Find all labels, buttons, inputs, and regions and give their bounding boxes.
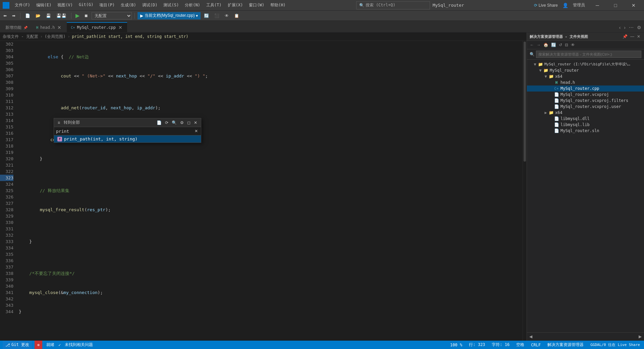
minimize-button[interactable]: ─ (590, 0, 605, 11)
autocomplete-item[interactable]: f print_path(int, int, string) (54, 135, 201, 142)
tab-list[interactable]: ⋯ (628, 23, 635, 32)
rp-pin-icon[interactable]: 📌 (622, 34, 629, 39)
rp-minimize-icon[interactable]: — (629, 34, 635, 39)
status-char[interactable]: 字符: 16 (490, 342, 511, 348)
tree-folder-x64-2[interactable]: ▶ 📁 x64 (527, 110, 644, 116)
status-git[interactable]: ⎇ Git 更改 (3, 341, 32, 349)
tree-x64-2-arrow[interactable]: ▶ (543, 110, 548, 115)
tab-close-head[interactable]: ✕ (57, 25, 62, 30)
ac-search-clear[interactable]: ✕ (194, 128, 199, 134)
status-spaces[interactable]: 空格 (515, 342, 526, 348)
menu-view[interactable]: 视图(V) (55, 2, 75, 9)
ac-close-icon[interactable]: ✕ (193, 120, 198, 125)
menu-extensions[interactable]: 扩展(X) (225, 2, 246, 9)
live-share-button[interactable]: ⟳ Live Share (532, 2, 560, 8)
status-solution-explorer-label[interactable]: 解决方案资源管理器 (546, 342, 585, 348)
tab-scroll-left[interactable]: ‹ (618, 23, 622, 32)
rp-bottom-right-icon[interactable]: ▶ (638, 334, 643, 339)
ac-settings-icon[interactable]: ⚙ (179, 120, 185, 125)
menu-file[interactable]: 文件(F) (12, 2, 33, 9)
tree-x64-1-arrow[interactable]: ▼ (543, 74, 548, 79)
autocomplete-search-input[interactable] (56, 129, 194, 134)
tree-root-arrow[interactable]: ▼ (532, 62, 538, 67)
status-position[interactable]: 行: 323 (468, 342, 486, 348)
toolbar-undo[interactable]: ⬅ (1, 12, 9, 20)
rp-bottom-left-icon[interactable]: ◀ (528, 334, 533, 339)
person-icon: 👤 (562, 3, 568, 8)
status-encoding[interactable]: CRLF (530, 343, 542, 347)
ac-refresh-icon[interactable]: ⟳ (164, 120, 169, 125)
toolbar-open[interactable]: 📂 (34, 12, 43, 20)
menu-test[interactable]: 测试(S) (161, 2, 181, 9)
run-button[interactable]: ▶ (74, 12, 81, 19)
menu-edit[interactable]: 编辑(E) (34, 2, 54, 9)
tree-mysql-cpp[interactable]: ▶ C+ MySql_router.cpp (527, 85, 644, 92)
maximize-button[interactable]: □ (608, 0, 623, 11)
tab-close-cpp[interactable]: ✕ (118, 25, 123, 30)
status-zoom[interactable]: 100 % (449, 343, 464, 347)
toolbar-new[interactable]: 📄 (23, 12, 32, 20)
admin-button[interactable]: 管理员 (571, 1, 587, 9)
rp-close-icon[interactable]: ✕ (636, 34, 641, 39)
menu-window[interactable]: 窗口(W) (246, 2, 267, 9)
config-select[interactable]: 无配置 (92, 12, 132, 19)
tree-sln[interactable]: ▶ 📄 MySql_router.sln (527, 128, 644, 134)
tree-vcxproj-filters[interactable]: ▶ 📄 MySql_router.vcxproj.filters (527, 98, 644, 104)
toolbar-redo[interactable]: ➡ (10, 12, 17, 20)
close-button[interactable]: ✕ (626, 0, 641, 11)
code-editor[interactable]: 302 303 304 305 306 307 308 309 310 311 … (0, 41, 527, 341)
tree-vcxproj-user[interactable]: ▶ 📄 MySql_router.vcxproj.user (527, 104, 644, 110)
rp-sync-icon[interactable]: 🔄 (550, 42, 557, 48)
tab-mysql-router-cpp[interactable]: C+ MySql_router.cpp ✕ (67, 22, 127, 32)
menu-git[interactable]: Git(G) (76, 2, 96, 9)
autocomplete-popup: ≡ 转到全部 📄 ⟳ 🔍 ⚙ ◻ ✕ ✕ (54, 118, 201, 143)
status-ready[interactable]: 就绪 (45, 342, 56, 348)
toolbar-refresh[interactable]: 🔄 (202, 12, 211, 20)
toolbar-watch[interactable]: 👁 (223, 12, 231, 20)
tree-mysql-arrow[interactable]: ▼ (538, 68, 543, 73)
menu-tools[interactable]: 工具(T) (204, 2, 224, 9)
status-error-section[interactable]: ⊗ (35, 341, 42, 349)
rp-back-icon[interactable]: ← (529, 42, 535, 48)
tree-head-h[interactable]: ▶ H head.h (527, 79, 644, 85)
rp-forward-icon[interactable]: → (536, 42, 542, 48)
tab-settings[interactable]: ⚙ (636, 23, 643, 32)
solution-explorer-toolbar: ← → 🏠 🔄 ↺ ⊟ 👁 (527, 41, 644, 49)
tab-icon-cpp: C+ (71, 26, 75, 30)
ac-list-icon[interactable]: ≡ (57, 120, 61, 125)
toolbar-stop[interactable]: ⏹ (82, 12, 90, 20)
current-doc-button[interactable]: ▶ 当前文档(MySql_router.cpp) ▾ (138, 12, 201, 19)
tab-head-h[interactable]: H head.h ✕ (32, 22, 66, 32)
toolbar-locals[interactable]: 📋 (232, 12, 241, 20)
titlebar-search[interactable]: 搜索 (Ctrl+Q) (366, 2, 395, 8)
rp-home-icon[interactable]: 🏠 (542, 42, 549, 48)
ac-filter-icon[interactable]: 🔍 (171, 120, 178, 125)
ac-new-file-icon[interactable]: 📄 (156, 120, 163, 125)
dll-icon: 📄 (554, 116, 559, 121)
ac-expand-icon[interactable]: ◻ (186, 120, 192, 125)
tree-folder-mysql[interactable]: ▼ 📁 MySql_router (527, 67, 644, 73)
menu-project[interactable]: 项目(P) (97, 2, 117, 9)
tree-root[interactable]: ▼ 📁 MySql_router (I:\FDir\bigFile\大学毕设\毕… (527, 61, 644, 67)
solution-search-input[interactable] (536, 51, 641, 58)
menu-debug[interactable]: 调试(D) (140, 2, 160, 9)
toolbar-save[interactable]: 💾 (44, 12, 53, 20)
vertical-scrollbar[interactable] (523, 41, 527, 341)
tree-libmysql-dll[interactable]: ▶ 📄 libmysql.dll (527, 116, 644, 122)
tree-vcxproj[interactable]: ▶ 📄 MySql_router.vcxproj (527, 92, 644, 98)
rp-collapse-icon[interactable]: ⊟ (564, 42, 569, 48)
tab-new-features[interactable]: 新增功能 📌 (1, 22, 32, 32)
tree-libmysql-lib[interactable]: ▶ 📄 libmysql.lib (527, 122, 644, 128)
code-content[interactable]: else { // Net边 cout << " (Net->" << next… (16, 41, 523, 341)
menu-build[interactable]: 生成(B) (118, 2, 139, 9)
main-layout: 杂项文件 - 无配置 › (全局范围) › print_path(int sta… (0, 33, 644, 341)
menu-help[interactable]: 帮助(H) (268, 2, 288, 9)
menu-analyze[interactable]: 分析(N) (182, 2, 203, 9)
tab-scroll-right[interactable]: › (623, 23, 627, 32)
rp-show-all-icon[interactable]: 👁 (570, 42, 576, 48)
toolbar-save-all[interactable]: 💾💾 (54, 12, 68, 20)
vcxproj-icon: 📄 (554, 92, 559, 97)
rp-refresh-icon[interactable]: ↺ (558, 42, 563, 48)
toolbar-breakpoints[interactable]: ⬛ (212, 12, 221, 20)
tree-folder-x64-1[interactable]: ▼ 📁 x64 (527, 73, 644, 79)
